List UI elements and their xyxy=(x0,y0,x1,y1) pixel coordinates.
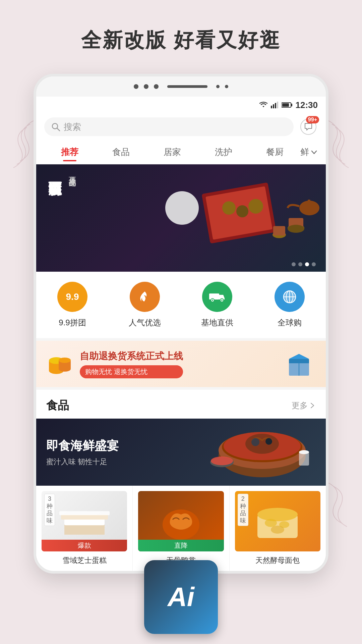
food-banner-text: 即食海鲜盛宴 蜜汁入味 韧性十足 xyxy=(46,438,119,467)
svg-point-53 xyxy=(299,450,309,454)
banner-visual xyxy=(152,164,326,272)
signal-icon xyxy=(271,102,279,108)
food-banner[interactable]: 即食海鲜盛宴 蜜汁入味 韧性十足 xyxy=(36,419,326,486)
svg-point-12 xyxy=(222,201,236,215)
banner-dot-4[interactable] xyxy=(312,262,316,266)
product-item-cake[interactable]: 3种品味 爆款 雪域芝士蛋糕 xyxy=(36,486,133,571)
chevron-right-icon xyxy=(309,402,316,409)
food-section-header: 食品 更多 xyxy=(36,390,326,419)
svg-point-17 xyxy=(288,225,304,233)
product-name-bread: 天然酵母面包 xyxy=(235,555,320,566)
svg-rect-0 xyxy=(271,106,272,108)
svg-point-26 xyxy=(221,300,223,301)
search-icon xyxy=(51,122,60,131)
phone-dot-3 xyxy=(154,84,159,89)
banner-dot-3[interactable] xyxy=(305,262,309,266)
phone-dot-5 xyxy=(225,85,228,88)
banner-subtitle: 月下佳人 岁岁品优选 xyxy=(67,171,78,173)
page-title: 全新改版 好看又好逛 xyxy=(0,0,362,54)
search-placeholder: 搜索 xyxy=(64,121,81,133)
renqi-label: 人气优选 xyxy=(129,317,161,328)
product-img-cake: 3种品味 爆款 xyxy=(42,491,127,551)
cat-item-jujia[interactable]: 居家 xyxy=(147,144,198,161)
status-time: 12:30 xyxy=(296,100,318,110)
svg-point-49 xyxy=(265,438,272,445)
banner-dot-1[interactable] xyxy=(292,262,296,266)
svg-marker-40 xyxy=(289,354,309,359)
search-input-wrap[interactable]: 搜索 xyxy=(44,117,294,136)
ai-badge: Ai xyxy=(144,560,218,634)
promo-banner[interactable]: 自助退换货系统正式上线 购物无忧 退换货无忧 xyxy=(36,341,326,390)
main-banner[interactable]: 圆满中秋汇百香 月下佳人 岁岁品优选 xyxy=(36,164,326,272)
svg-rect-5 xyxy=(291,104,292,106)
cat-more-button[interactable]: 鲜 xyxy=(300,146,318,158)
category-nav: 推荐 食品 居家 洗护 餐厨 鲜 xyxy=(36,140,326,164)
svg-rect-55 xyxy=(64,525,105,535)
product-grid: 3种品味 爆款 雪域芝士蛋糕 xyxy=(36,486,326,571)
product-item-bread[interactable]: 2种品味 天然酵母面包 xyxy=(230,486,326,571)
banner-dot-2[interactable] xyxy=(298,262,302,266)
quick-item-pintuan[interactable]: 9.9 9.9拼团 xyxy=(36,282,109,328)
phone-dot-4 xyxy=(216,85,220,88)
svg-rect-2 xyxy=(275,103,276,108)
food-banner-title: 即食海鲜盛宴 xyxy=(46,438,119,454)
product-badge-bread: 2种品味 xyxy=(238,494,248,526)
product-img-duck: 直降 xyxy=(138,491,224,551)
svg-rect-58 xyxy=(59,511,110,515)
renqi-icon xyxy=(130,282,160,312)
svg-point-48 xyxy=(251,438,259,446)
svg-point-64 xyxy=(271,526,284,534)
cat-item-canchu[interactable]: 餐厨 xyxy=(249,144,300,161)
cat-item-tuijian[interactable]: 推荐 xyxy=(44,144,96,161)
phone-dot-2 xyxy=(144,84,148,89)
food-section-title: 食品 xyxy=(46,398,69,413)
status-icons: 12:30 xyxy=(259,100,318,110)
product-name-cake: 雪域芝士蛋糕 xyxy=(42,555,127,566)
svg-point-25 xyxy=(212,300,213,301)
svg-point-61 xyxy=(257,508,298,521)
jidi-icon xyxy=(202,282,232,312)
svg-rect-57 xyxy=(61,515,108,520)
promo-left: 自助退换货系统正式上线 购物无忧 退换货无忧 xyxy=(46,350,183,378)
phone-dot-1 xyxy=(134,84,138,89)
quick-item-renqi[interactable]: 人气优选 xyxy=(109,282,181,328)
svg-rect-19 xyxy=(273,226,285,235)
svg-rect-22 xyxy=(209,293,219,300)
phone-frame: 12:30 搜索 99+ 推荐 食品 居家 洗护 餐厨 鲜 xyxy=(34,74,328,574)
pintuan-label: 9.9拼团 xyxy=(59,317,86,328)
product-badge-cake: 3种品味 xyxy=(44,494,55,526)
message-button[interactable]: 99+ xyxy=(299,117,318,136)
pintuan-icon: 9.9 xyxy=(57,282,87,312)
cat-item-shipin[interactable]: 食品 xyxy=(96,144,147,161)
svg-point-13 xyxy=(236,205,248,217)
phone-speaker xyxy=(167,85,207,88)
mooncake-scene xyxy=(155,168,323,268)
message-badge: 99+ xyxy=(306,116,319,123)
globe-icon xyxy=(282,289,297,304)
svg-point-62 xyxy=(265,519,277,527)
quick-item-quanqiu[interactable]: 全球购 xyxy=(253,282,326,328)
product-img-bread: 2种品味 xyxy=(235,491,320,551)
cat-item-xihu[interactable]: 洗护 xyxy=(198,144,249,161)
status-bar: 12:30 xyxy=(36,97,326,113)
promo-box-icon xyxy=(286,349,316,379)
quanqiu-label: 全球购 xyxy=(278,317,302,328)
quick-item-jidi[interactable]: 基地直供 xyxy=(181,282,253,328)
search-bar: 搜索 99+ xyxy=(36,113,326,140)
jidi-label: 基地直供 xyxy=(201,317,233,328)
product-item-duck[interactable]: 直降 无骨鸭掌 xyxy=(133,486,229,571)
flame-icon xyxy=(138,290,152,304)
duck-visual xyxy=(154,498,208,545)
svg-point-51 xyxy=(211,457,233,465)
banner-dots xyxy=(292,262,316,266)
wifi-icon xyxy=(259,101,268,109)
svg-rect-1 xyxy=(273,104,274,108)
phone-bezel xyxy=(36,76,326,97)
product-tag-cake: 爆款 xyxy=(42,540,127,551)
product-tag-duck: 直降 xyxy=(138,540,224,551)
svg-rect-21 xyxy=(308,200,310,204)
svg-point-37 xyxy=(59,358,71,363)
food-section-more[interactable]: 更多 xyxy=(292,400,316,411)
more-label: 更多 xyxy=(292,400,308,411)
promo-title: 自助退换货系统正式上线 xyxy=(80,350,183,363)
